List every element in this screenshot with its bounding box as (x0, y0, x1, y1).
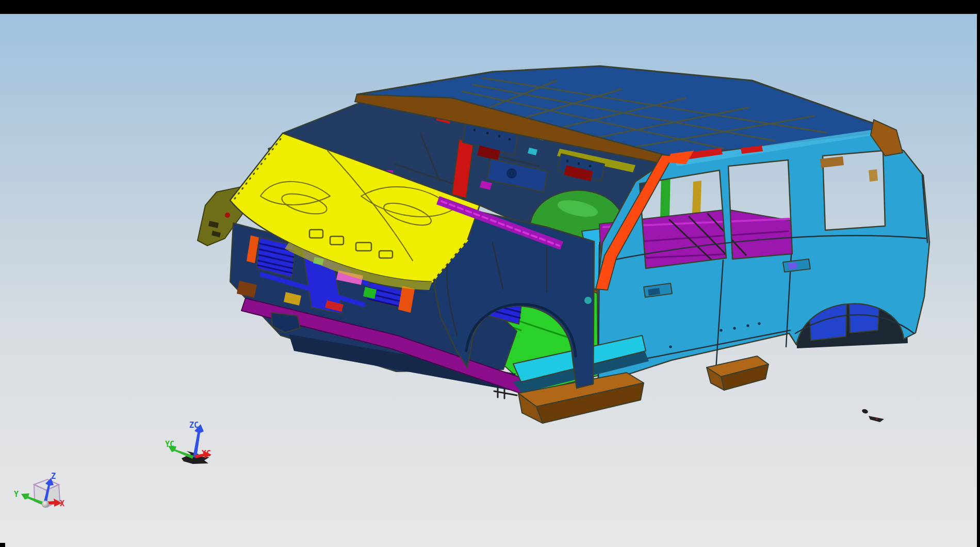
view-triad[interactable]: Z Y X (14, 472, 64, 508)
fender-teal-grommet (584, 297, 592, 304)
wcs-triad[interactable]: ZC YC XC (165, 421, 211, 464)
window-top-frame (0, 0, 980, 14)
steering-column-hole (507, 168, 517, 179)
debris-red-dot (876, 418, 878, 420)
view-origin-sphere (42, 501, 49, 508)
door-handle-rear-chip (788, 262, 797, 269)
wcs-yc-label: YC (165, 440, 174, 449)
loose-parts (861, 408, 884, 422)
debris-bracket-small[interactable] (861, 408, 869, 414)
window-corner-chip (0, 543, 5, 547)
quarter-window-tan-bracket (869, 169, 878, 182)
wcs-zc-label: ZC (189, 421, 199, 430)
quarter-window-tan-strip (820, 156, 844, 168)
wcs-xc-label: XC (202, 449, 211, 458)
fender-red-grommet (225, 213, 230, 218)
view-x-label: X (60, 499, 64, 508)
view-y-label: Y (14, 490, 19, 499)
window-right-frame (977, 0, 980, 547)
view-z-label: Z (51, 472, 56, 481)
model-scene: ZC YC XC Z Y X (0, 0, 980, 547)
cad-application-window: ZC YC XC Z Y X (0, 0, 980, 547)
